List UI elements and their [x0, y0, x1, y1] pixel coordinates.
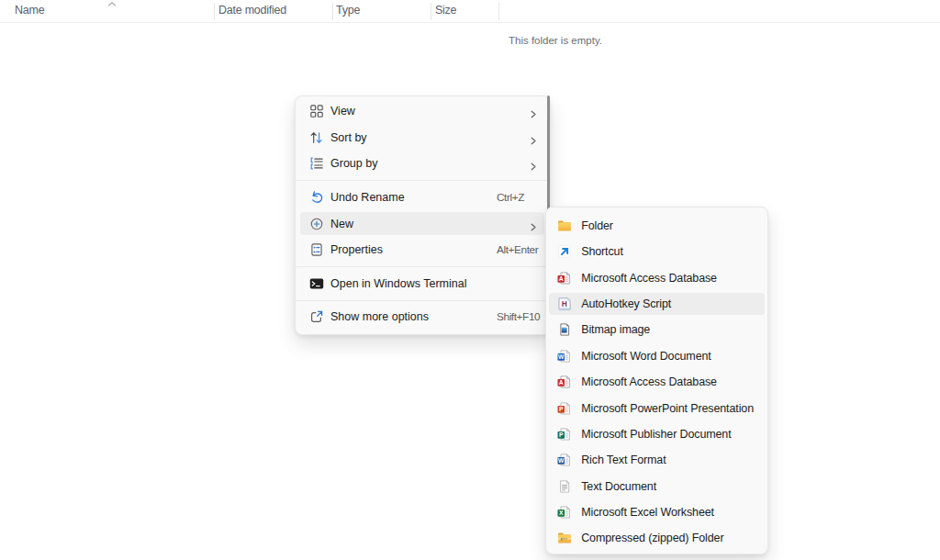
- svg-text:P: P: [559, 431, 564, 438]
- svg-text:A: A: [559, 379, 564, 386]
- svg-text:A: A: [559, 275, 564, 282]
- svg-text:X: X: [559, 510, 564, 516]
- svg-text:W: W: [558, 353, 565, 360]
- svg-text:W: W: [558, 457, 565, 464]
- svg-text:P: P: [559, 406, 564, 412]
- svg-text:H: H: [562, 299, 567, 308]
